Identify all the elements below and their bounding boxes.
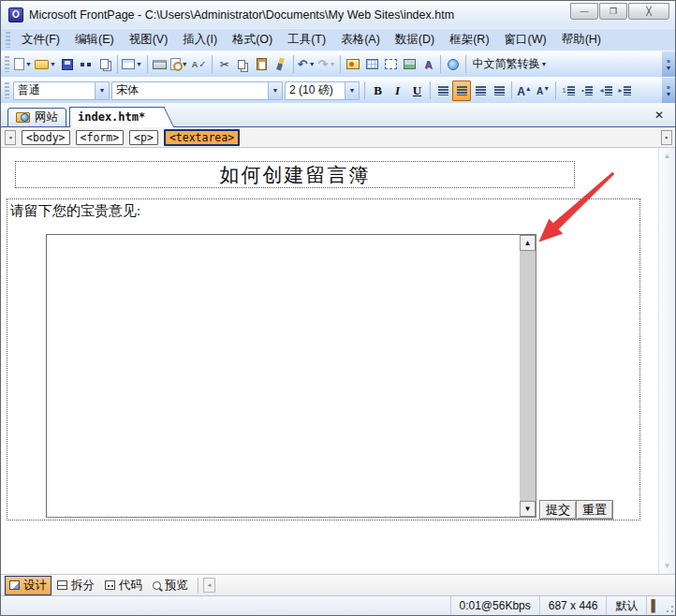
publish-site-button[interactable] — [96, 54, 114, 75]
tag-p[interactable]: <p> — [129, 130, 158, 145]
format-painter-button[interactable] — [272, 54, 290, 75]
resize-grip[interactable] — [663, 596, 675, 615]
combo-dropdown-icon[interactable]: ▼ — [345, 82, 359, 99]
view-tab-design[interactable]: 设计 — [5, 576, 51, 595]
cut-button[interactable]: ✂ — [215, 54, 234, 75]
scroll-down-button[interactable]: ▼ — [520, 501, 536, 517]
toggle-pane-button[interactable]: ▼ — [121, 54, 144, 75]
toolbar-separator — [440, 55, 441, 73]
tag-body[interactable]: <body> — [22, 130, 70, 145]
toolbar-grip[interactable] — [5, 56, 9, 72]
toolbar-overflow-button[interactable]: »▼ — [662, 78, 675, 103]
save-button[interactable] — [58, 54, 77, 75]
grow-font-button[interactable]: A▲ — [515, 81, 534, 101]
insert-layer-button[interactable] — [381, 54, 400, 75]
page-heading-block[interactable]: 如何创建留言簿 — [15, 161, 575, 188]
hscroll-left-button[interactable]: ◂ — [203, 578, 215, 593]
toolbar-overflow-button[interactable]: »▼ — [662, 51, 675, 77]
print-preview-button[interactable]: ▼ — [169, 54, 190, 75]
menu-edit[interactable]: 编辑(E) — [67, 30, 122, 50]
copy-button[interactable] — [234, 54, 253, 75]
insert-drawing-button[interactable]: A — [419, 54, 437, 75]
bold-button[interactable]: B — [368, 81, 388, 101]
view-tab-split[interactable]: 拆分 — [52, 576, 99, 595]
menu-window[interactable]: 窗口(W) — [497, 30, 554, 50]
align-left-button[interactable] — [434, 81, 452, 101]
tag-scroll-left-button[interactable]: ◂ — [5, 130, 16, 145]
chinese-convert-button[interactable]: 中文简繁转换 ▼ — [469, 54, 551, 75]
combo-dropdown-icon[interactable]: ▼ — [95, 82, 109, 99]
menu-help[interactable]: 帮助(H) — [554, 30, 609, 50]
scroll-up-button[interactable]: ▲ — [520, 235, 536, 251]
picture-icon — [404, 59, 416, 69]
toolbar-grip[interactable] — [5, 82, 9, 98]
shrink-font-button[interactable]: A▼ — [534, 81, 552, 101]
chevron-down-icon: ▼ — [136, 61, 142, 67]
maximize-button[interactable]: ❐ — [599, 3, 627, 20]
font-combobox[interactable]: 宋体 ▼ — [111, 81, 283, 100]
combo-dropdown-icon[interactable]: ▼ — [268, 82, 282, 99]
italic-button[interactable]: I — [388, 81, 407, 101]
numbered-list-button[interactable]: 1 — [559, 81, 578, 101]
print-button[interactable] — [151, 54, 169, 75]
bullet-list-button[interactable]: • — [578, 81, 596, 101]
tag-form[interactable]: <form> — [76, 130, 125, 145]
find-button[interactable] — [77, 54, 96, 75]
copy-icon — [238, 60, 245, 69]
style-value: 普通 — [18, 82, 40, 98]
decrease-indent-button[interactable]: ◂ — [596, 81, 615, 101]
align-right-icon — [476, 86, 486, 95]
tab-website[interactable]: 网站 — [7, 108, 66, 127]
new-document-button[interactable]: ▼ — [13, 54, 34, 75]
paste-button[interactable] — [253, 54, 272, 75]
reset-button[interactable]: 重置 — [576, 500, 613, 520]
insert-table-button[interactable] — [362, 54, 381, 75]
guestbook-textarea[interactable]: ▲ ▼ — [46, 234, 536, 518]
menu-data[interactable]: 数据(D) — [388, 30, 442, 50]
tag-scroll-right-button[interactable]: ▸ — [661, 130, 672, 145]
view-tab-code[interactable]: 代码 — [100, 576, 147, 595]
menu-insert[interactable]: 插入(I) — [175, 30, 225, 50]
redo-button[interactable]: ↷▼ — [317, 54, 338, 75]
underline-button[interactable]: U — [407, 81, 427, 101]
justify-button[interactable] — [490, 81, 508, 101]
close-button[interactable]: ╳ — [628, 3, 669, 20]
form-block[interactable]: 请留下您的宝贵意见: ▲ ▼ 提交 重置 — [7, 198, 640, 521]
close-icon: ╳ — [646, 7, 651, 16]
document-canvas[interactable]: 如何创建留言簿 请留下您的宝贵意见: ▲ ▼ 提交 重置 — [1, 148, 658, 574]
submit-button[interactable]: 提交 — [539, 500, 577, 520]
minimize-button[interactable]: — — [570, 3, 598, 20]
insert-picture-button[interactable] — [400, 54, 419, 75]
status-theme[interactable]: 默认 — [606, 596, 646, 615]
spelling-button[interactable]: ✓ — [190, 54, 209, 75]
open-button[interactable]: ▼ — [34, 54, 58, 75]
menu-tools[interactable]: 工具(T) — [280, 30, 333, 50]
tab-index-htm[interactable]: index.htm* — [69, 107, 160, 127]
hyperlink-button[interactable] — [444, 54, 463, 75]
increase-indent-button[interactable]: ▸ — [615, 81, 634, 101]
align-right-button[interactable] — [471, 81, 490, 101]
menu-file[interactable]: 文件(F) — [14, 30, 67, 50]
menu-format[interactable]: 格式(O) — [225, 30, 280, 50]
undo-button[interactable]: ↶▼ — [297, 54, 317, 75]
web-component-button[interactable] — [344, 54, 362, 75]
toolbar-grip[interactable] — [6, 32, 10, 48]
menu-table[interactable]: 表格(A) — [333, 30, 388, 50]
code-view-icon — [105, 580, 115, 590]
font-size-combobox[interactable]: 2 (10 磅) ▼ — [285, 81, 360, 100]
align-center-button[interactable] — [452, 81, 471, 101]
toolbar-separator — [212, 55, 213, 73]
menu-view[interactable]: 视图(V) — [122, 30, 176, 50]
tag-textarea[interactable]: <textarea> — [164, 129, 240, 146]
textarea-scrollbar[interactable]: ▲ ▼ — [520, 235, 536, 517]
status-page-size[interactable]: 687 x 446 — [539, 596, 607, 615]
view-tab-preview[interactable]: 预览 — [148, 576, 193, 595]
document-scrollbar[interactable]: ▲ ▼ — [658, 148, 675, 574]
split-view-icon — [57, 580, 67, 590]
menu-frames[interactable]: 框架(R) — [442, 30, 496, 50]
close-page-button[interactable]: ✕ — [654, 109, 664, 122]
doc-scroll-down-icon[interactable]: ▼ — [664, 562, 671, 570]
style-combobox[interactable]: 普通 ▼ — [13, 81, 110, 100]
numbered-list-icon: 1 — [562, 86, 566, 95]
doc-scroll-up-icon[interactable]: ▲ — [664, 152, 671, 160]
